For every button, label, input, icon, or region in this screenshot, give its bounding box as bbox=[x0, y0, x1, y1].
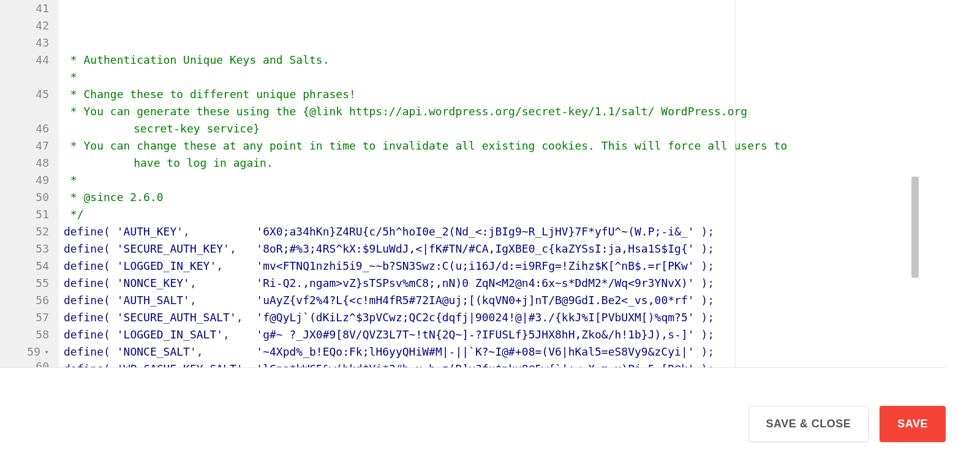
code-line[interactable]: * bbox=[64, 69, 946, 86]
line-number: 49 bbox=[10, 172, 49, 189]
line-number: 58 bbox=[10, 326, 49, 343]
code-line[interactable]: define( 'NONCE_SALT', '~4Xpd%_b!EQo:Fk;l… bbox=[64, 343, 946, 361]
line-number: 51 bbox=[10, 206, 49, 223]
line-number: 54 bbox=[10, 258, 49, 275]
vertical-scrollbar[interactable] bbox=[910, 0, 919, 368]
line-number: 55 bbox=[10, 275, 49, 292]
line-number: 47 bbox=[10, 137, 49, 155]
save-and-close-button[interactable]: SAVE & CLOSE bbox=[748, 406, 869, 442]
code-line[interactable]: * Change these to different unique phras… bbox=[64, 86, 946, 103]
line-number: 43 bbox=[10, 34, 49, 52]
code-line[interactable]: * You can generate these using the {@lin… bbox=[64, 103, 946, 120]
save-button[interactable]: SAVE bbox=[880, 406, 946, 442]
code-line[interactable]: * @since 2.6.0 bbox=[64, 189, 946, 206]
line-number: 42 bbox=[10, 17, 49, 34]
code-line[interactable]: * bbox=[64, 172, 946, 189]
line-number: 60 bbox=[10, 361, 49, 368]
line-number: 48 bbox=[10, 155, 49, 172]
code-line[interactable]: */ bbox=[64, 206, 946, 223]
line-number: 45 bbox=[10, 86, 49, 103]
line-number: 41 bbox=[10, 0, 49, 17]
code-content[interactable]: * Authentication Unique Keys and Salts. … bbox=[59, 0, 946, 367]
code-line[interactable]: define( 'AUTH_SALT', 'uAyZ{vf2%4?L{<c!mH… bbox=[64, 292, 946, 309]
code-editor[interactable]: 41424344454647484950515253545556575859▾6… bbox=[0, 0, 946, 368]
line-number: 56 bbox=[10, 292, 49, 309]
print-margin bbox=[735, 0, 736, 367]
code-line[interactable]: define( 'SECURE_AUTH_SALT', 'f@QyLj`(dKi… bbox=[64, 309, 946, 326]
line-number: 52 bbox=[10, 223, 49, 240]
code-line[interactable]: define( 'SECURE_AUTH_KEY', '8oR;#%3;4RS^… bbox=[64, 240, 946, 258]
line-number: 46 bbox=[10, 120, 49, 137]
line-number: 44 bbox=[10, 52, 49, 69]
code-line[interactable]: * Authentication Unique Keys and Salts. bbox=[64, 52, 946, 69]
scrollbar-thumb[interactable] bbox=[911, 177, 919, 278]
line-number: 57 bbox=[10, 309, 49, 326]
code-line[interactable]: define( 'NONCE_KEY', 'Ri-Q2.,ngam>vZ}sTS… bbox=[64, 275, 946, 292]
button-bar: SAVE & CLOSE SAVE bbox=[748, 406, 946, 442]
line-number: 53 bbox=[10, 240, 49, 258]
code-line[interactable]: define( 'LOGGED_IN_SALT', 'g#~ ?_JX0#9[8… bbox=[64, 326, 946, 343]
code-line[interactable]: define( 'WP_CACHE_KEY_SALT', 'lGna*kWC5&… bbox=[64, 361, 946, 367]
line-number-gutter: 41424344454647484950515253545556575859▾6… bbox=[0, 0, 59, 367]
code-line[interactable]: * You can change these at any point in t… bbox=[64, 137, 946, 155]
code-line[interactable]: define( 'LOGGED_IN_KEY', 'mv<FTNQ1nzhi5i… bbox=[64, 258, 946, 275]
code-line[interactable]: define( 'AUTH_KEY', '6X0;a34hKn}Z4RU{c/5… bbox=[64, 223, 946, 240]
line-number: 50 bbox=[10, 189, 49, 206]
